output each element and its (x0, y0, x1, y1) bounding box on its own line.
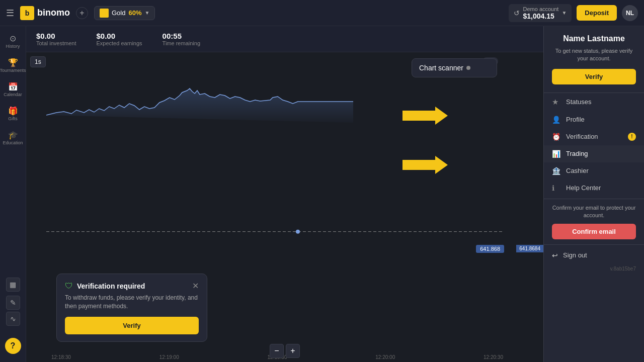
asset-icon (100, 9, 109, 18)
time-remaining-value: 00:55 (163, 32, 200, 40)
profile-sub-text: To get new status, please verify your ac… (552, 47, 636, 63)
chevron-down-icon-2: ▼ (561, 10, 567, 16)
left-sidebar: ⊙ History 🏆 Tournaments 📅 Calendar 🎁 Gif… (0, 26, 26, 362)
sidebar-label-education: Education (3, 141, 23, 146)
email-confirm-text: Confirm your email to protect your accou… (552, 204, 636, 220)
gift-icon: 🎁 (8, 106, 18, 116)
logo-icon: b (20, 6, 34, 20)
price-label-right: 641.8684 (516, 245, 543, 252)
verification-banner-close[interactable]: ✕ (192, 281, 199, 291)
sidebar-item-history[interactable]: ⊙ History (2, 30, 24, 52)
education-icon: 🎓 (8, 130, 18, 140)
chevron-down-icon: ▼ (145, 10, 150, 16)
help-icon: ℹ (552, 184, 561, 192)
chart-tool-draw-icon[interactable]: ✎ (6, 296, 20, 310)
sign-out-icon: ↩ (552, 251, 558, 259)
chart-tool-bar-icon[interactable]: ▦ (6, 278, 20, 292)
info-dot-icon (466, 66, 470, 70)
trading-icon: 📊 (552, 150, 561, 158)
account-type-label: Demo account (523, 6, 558, 12)
menu-item-profile[interactable]: 👤 Profile (544, 111, 644, 128)
profile-name: Name Lastname (552, 34, 636, 43)
zoom-out-button[interactable]: − (270, 344, 284, 358)
sidebar-label-tournaments: Tournaments (0, 68, 26, 73)
expected-earnings-label: Expected earnings (96, 40, 142, 46)
chart-container: 1s :55 Chart scanner (26, 52, 543, 362)
asset-percent: 60% (128, 9, 141, 17)
expected-earnings-value: $0.00 (96, 32, 142, 40)
menu-item-trading-label: Trading (566, 150, 588, 157)
chart-area (46, 88, 353, 123)
sidebar-label-history: History (6, 44, 20, 49)
help-button[interactable]: ? (5, 338, 21, 354)
sign-out-label: Sign out (563, 251, 587, 259)
profile-verify-button[interactable]: Verify (552, 69, 636, 84)
menu-item-help-label: Help Center (566, 184, 601, 192)
verification-banner-verify-button[interactable]: Verify (65, 317, 199, 334)
sidebar-label-gifts: Gifts (8, 117, 18, 122)
demo-account-selector[interactable]: ↺ Demo account $1,004.15 ▼ (509, 4, 572, 22)
sidebar-label-calendar: Calendar (4, 93, 22, 98)
stat-expected-earnings: $0.00 Expected earnings (96, 32, 142, 46)
stat-time-remaining: 00:55 Time remaining (163, 32, 200, 46)
menu-item-statuses[interactable]: ★ Statuses (544, 93, 644, 111)
stats-bar: $0.00 Total investment $0.00 Expected ea… (26, 26, 543, 52)
sidebar-bottom: ▦ ✎ ∿ ? (5, 278, 21, 358)
shield-icon: 🛡 (65, 282, 73, 291)
verification-banner-title: Verification required (77, 282, 145, 290)
chart-scanner-title: Chart scanner (419, 64, 490, 72)
trophy-icon: 🏆 (8, 58, 18, 67)
profile-header: Name Lastname To get new status, please … (544, 26, 644, 93)
chart-scanner-label: Chart scanner (419, 64, 463, 72)
profile-icon: 👤 (552, 116, 561, 124)
time-label-1: 12:19:00 (159, 354, 179, 360)
price-label-value: 641.868 (480, 246, 500, 252)
sidebar-item-gifts[interactable]: 🎁 Gifts (2, 103, 24, 125)
stat-total-investment: $0.00 Total investment (36, 32, 76, 46)
add-tab-button[interactable]: + (76, 7, 88, 19)
version-text: v.8ab15be7 (544, 264, 644, 272)
svg-marker-0 (403, 107, 448, 125)
menu-item-cashier-label: Cashier (566, 167, 589, 174)
avatar-button[interactable]: NL (622, 5, 638, 21)
profile-dropdown: Name Lastname To get new status, please … (543, 26, 644, 362)
svg-marker-1 (403, 156, 448, 174)
sidebar-item-education[interactable]: 🎓 Education (2, 127, 24, 149)
cashier-icon: 🏦 (552, 167, 561, 175)
zoom-in-button[interactable]: + (286, 344, 300, 358)
sidebar-item-calendar[interactable]: 📅 Calendar (2, 78, 24, 101)
account-balance: $1,004.15 (523, 12, 558, 20)
arrow-right-1 (403, 107, 448, 127)
menu-item-trading[interactable]: 📊 Trading (544, 145, 644, 162)
time-label-4: 12:20:30 (484, 354, 503, 360)
chart-controls: − + (270, 344, 300, 358)
refresh-icon: ↺ (514, 9, 520, 17)
asset-selector[interactable]: Gold 60% ▼ (94, 6, 155, 20)
menu-item-verification[interactable]: ⏰ Verification ! (544, 128, 644, 145)
menu-item-help[interactable]: ℹ Help Center (544, 179, 644, 197)
menu-item-verification-label: Verification (566, 133, 598, 140)
menu-item-cashier[interactable]: 🏦 Cashier (544, 162, 644, 179)
top-navigation: ☰ b binomo + Gold 60% ▼ ↺ Demo account $… (0, 0, 644, 26)
time-label-0: 12:18:30 (51, 354, 71, 360)
verification-banner-header: 🛡 Verification required ✕ (65, 281, 199, 291)
verification-banner: 🛡 Verification required ✕ To withdraw fu… (56, 274, 207, 342)
main-layout: ⊙ History 🏆 Tournaments 📅 Calendar 🎁 Gif… (0, 26, 644, 362)
sidebar-item-tournaments[interactable]: 🏆 Tournaments (2, 54, 24, 76)
verification-icon: ⏰ (552, 133, 561, 141)
chart-tool-pen-icon[interactable]: ∿ (6, 312, 20, 326)
confirm-email-button[interactable]: Confirm email (552, 224, 636, 239)
menu-item-sign-out[interactable]: ↩ Sign out (544, 247, 644, 264)
email-confirm-section: Confirm your email to protect your accou… (544, 199, 644, 245)
history-icon: ⊙ (10, 34, 16, 43)
price-right-value: 641.8684 (519, 246, 540, 251)
statuses-icon: ★ (552, 98, 561, 107)
price-label-left: 641.868 (476, 245, 504, 253)
price-dot (296, 230, 300, 234)
hamburger-button[interactable]: ☰ (6, 8, 14, 19)
asset-name: Gold (112, 9, 125, 17)
time-remaining-label: Time remaining (163, 40, 200, 46)
interval-button[interactable]: 1s (30, 56, 46, 67)
calendar-icon: 📅 (8, 82, 18, 92)
deposit-button[interactable]: Deposit (577, 5, 617, 21)
